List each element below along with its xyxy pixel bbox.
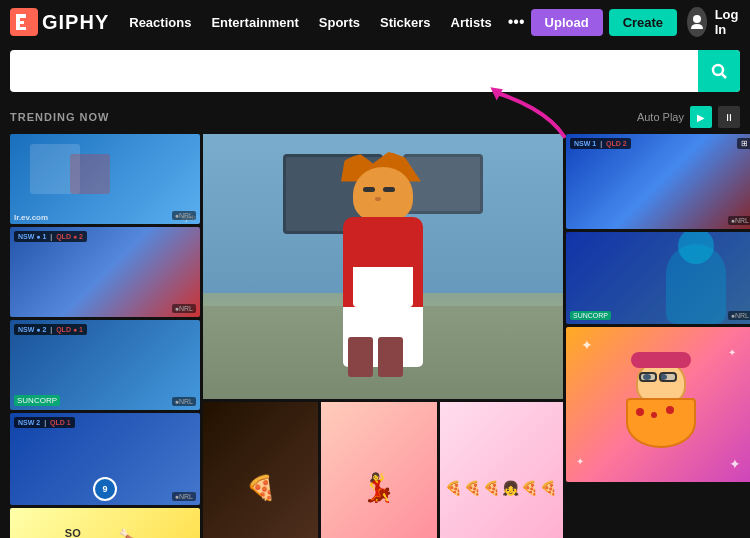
create-button[interactable]: Create	[609, 9, 677, 36]
hungry-text: SOHUNGRY	[65, 527, 112, 538]
svg-line-6	[722, 74, 726, 78]
trending-header: TRENDING NOW Auto Play ▶ ⏸	[0, 100, 750, 134]
woman-emoji: 💃	[361, 471, 396, 504]
pizza-emoji-1: 🍕	[445, 480, 462, 496]
nav-stickers[interactable]: Stickers	[370, 0, 441, 44]
logo-text: GIPHY	[42, 11, 109, 34]
suncorp-badge: SUNCORP	[14, 395, 60, 406]
upload-button[interactable]: Upload	[531, 9, 603, 36]
score-overlay-2: NSW ● 1 | QLD ● 2	[14, 231, 87, 242]
center-main-gif[interactable]	[203, 134, 563, 399]
pizza-emoji-6: 🍕	[540, 480, 557, 496]
user-avatar-button[interactable]	[687, 7, 707, 37]
right-badge-1: ⊞	[737, 138, 750, 149]
center-column: 🍕 💃 🍕 🍕 🍕 👧 🍕 🍕	[203, 134, 563, 538]
search-input[interactable]	[10, 50, 740, 92]
gif-sports-3[interactable]: NSW ● 2 | QLD ● 1 SUNCORP ●NRL	[10, 320, 200, 410]
gif-grid: Ir.ev.com sydr ●NRL NSW ● 1 | QLD ● 2 ●N…	[0, 134, 750, 538]
search-bar-container	[0, 44, 750, 100]
header: GIPHY Reactions Entertainment Sports Sti…	[0, 0, 750, 44]
pause-button[interactable]: ⏸	[718, 106, 740, 128]
star-2: ✦	[728, 347, 736, 358]
gif-right-rugby-2[interactable]: SUNCORP ●NRL	[566, 232, 750, 324]
star-1: ✦	[581, 337, 593, 353]
gif-sports-2[interactable]: NSW ● 1 | QLD ● 2 ●NRL	[10, 227, 200, 317]
center-bottom-row: 🍕 💃 🍕 🍕 🍕 👧 🍕 🍕	[203, 402, 563, 538]
channel-badge-1: ●NRL	[172, 211, 196, 220]
nav-entertainment[interactable]: Entertainment	[201, 0, 308, 44]
nav-reactions[interactable]: Reactions	[119, 0, 201, 44]
star-3: ✦	[576, 456, 584, 467]
channel-badge-3: ●NRL	[172, 397, 196, 406]
pizza-mascot-character	[621, 327, 701, 482]
fry-character	[323, 167, 443, 367]
trending-label: TRENDING NOW	[10, 111, 109, 123]
gif-hungry[interactable]: SOHUNGRY 🍗 🍌	[10, 508, 200, 538]
score-right-1: NSW 1|QLD 2	[570, 138, 631, 149]
score-overlay-4: NSW 2|QLD 1	[14, 417, 75, 428]
pizza-emoji-3: 🍕	[483, 480, 500, 496]
svg-rect-2	[16, 21, 24, 24]
logo[interactable]: GIPHY	[10, 8, 109, 36]
gif-sports-1[interactable]: Ir.ev.com sydr ●NRL	[10, 134, 200, 224]
suncorp-badge-2: SUNCORP	[570, 311, 611, 320]
gif-right-pizza-mascot[interactable]: ✦ ✦ ✦ ✦	[566, 327, 750, 482]
nav-sports[interactable]: Sports	[309, 0, 370, 44]
autoplay-text: Auto Play	[637, 111, 684, 123]
gif-eating[interactable]: 🍕	[203, 402, 318, 538]
star-4: ✦	[729, 456, 741, 472]
pizza-emoji-4: 👧	[502, 480, 519, 496]
futurama-background	[203, 134, 563, 399]
svg-rect-3	[16, 27, 26, 30]
nav-artists[interactable]: Artists	[441, 0, 502, 44]
svg-point-4	[693, 15, 701, 23]
play-button[interactable]: ▶	[690, 106, 712, 128]
svg-rect-1	[16, 14, 26, 18]
pizza-emoji-5: 🍕	[521, 480, 538, 496]
gif-sports-4[interactable]: 9 NSW 2|QLD 1 ●NRL	[10, 413, 200, 505]
gif-right-rugby-1[interactable]: ⊞ NSW 1|QLD 2 ●NRL	[566, 134, 750, 229]
gif-woman-singer[interactable]: 💃	[321, 402, 436, 538]
eating-emoji: 🍕	[246, 474, 276, 502]
score-overlay-3: NSW ● 2 | QLD ● 1	[14, 324, 87, 335]
channel-badge-4: ●NRL	[172, 492, 196, 501]
autoplay-area: Auto Play ▶ ⏸	[637, 106, 740, 128]
gif-pizza-emojis[interactable]: 🍕 🍕 🍕 👧 🍕 🍕	[440, 402, 563, 538]
left-column: Ir.ev.com sydr ●NRL NSW ● 1 | QLD ● 2 ●N…	[10, 134, 200, 538]
channel-badge-2: ●NRL	[172, 304, 196, 313]
svg-point-5	[713, 65, 723, 75]
search-button[interactable]	[698, 50, 740, 92]
pizza-emoji-2: 🍕	[464, 480, 481, 496]
login-button[interactable]: Log In	[715, 7, 740, 37]
right-column: ⊞ NSW 1|QLD 2 ●NRL SUNCORP ●NRL ✦ ✦ ✦ ✦	[566, 134, 750, 538]
logo-icon	[10, 8, 38, 36]
channel-badge-r2: ●NRL	[728, 311, 750, 320]
hungry-icon: 🍗	[118, 528, 145, 539]
channel-badge-r1: ●NRL	[728, 216, 750, 225]
nav-more-icon[interactable]: •••	[502, 0, 531, 44]
